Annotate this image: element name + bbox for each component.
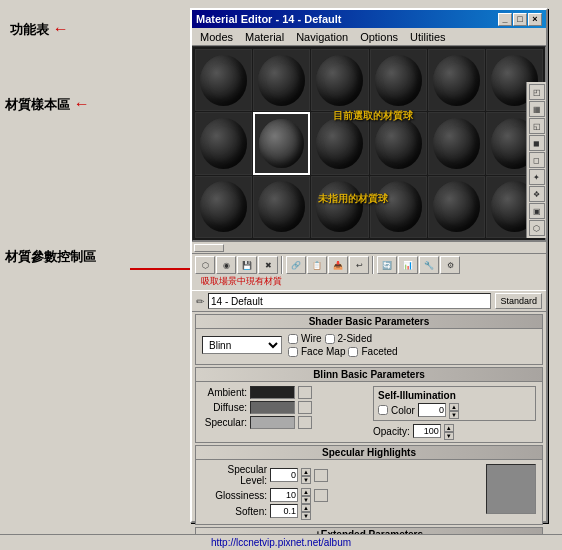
sphere-cell-3[interactable]: [311, 49, 368, 111]
soften-spinner[interactable]: ▲ ▼: [301, 504, 311, 518]
sphere-cell-1[interactable]: [195, 49, 252, 111]
face-map-label: Face Map: [301, 346, 345, 357]
specular-map-btn[interactable]: [298, 416, 312, 429]
sphere-cell-8-selected[interactable]: [253, 112, 310, 174]
toolbar-btn-delete[interactable]: ✖: [258, 256, 278, 274]
sphere-cell-7[interactable]: [195, 112, 252, 174]
scroll-thumb[interactable]: [194, 244, 224, 252]
maximize-button[interactable]: □: [513, 13, 527, 26]
sphere-cell-5[interactable]: [428, 49, 485, 111]
annotation-menu: 功能表 ←: [10, 20, 69, 39]
minimize-button[interactable]: _: [498, 13, 512, 26]
right-toolbar-btn-9[interactable]: ⬡: [529, 220, 545, 236]
self-illum-color-label: Color: [391, 405, 415, 416]
sphere-cell-9[interactable]: [311, 112, 368, 174]
preview-area-wrapper: 目前選取的材質球 未指用的材質球 ◰ ▦ ◱ ◼ ◻ ✦ ❖ ▣ ⬡: [192, 46, 546, 241]
spec-level-spin-down[interactable]: ▼: [301, 476, 311, 484]
sphere-cell-10[interactable]: [370, 112, 427, 174]
material-type-button[interactable]: Standard: [495, 293, 542, 309]
sphere-4: [375, 55, 422, 106]
toolbar-btn-save[interactable]: 💾: [237, 256, 257, 274]
self-illum-spin-down[interactable]: ▼: [449, 411, 459, 419]
menu-navigation[interactable]: Navigation: [290, 30, 354, 44]
sphere-cell-13[interactable]: [195, 176, 252, 238]
diffuse-map-btn[interactable]: [298, 401, 312, 414]
faceted-checkbox[interactable]: [348, 347, 358, 357]
self-illum-color-checkbox[interactable]: [378, 405, 388, 415]
wire-label: Wire: [301, 333, 322, 344]
facemap-checkbox-row: Face Map Faceted: [288, 346, 398, 357]
opacity-spin-down[interactable]: ▼: [444, 432, 454, 440]
right-toolbar-btn-2[interactable]: ▦: [529, 101, 545, 117]
self-illum-spinner[interactable]: ▲ ▼: [449, 403, 459, 417]
wire-checkbox[interactable]: [288, 334, 298, 344]
sphere-cell-4[interactable]: [370, 49, 427, 111]
sphere-cell-2[interactable]: [253, 49, 310, 111]
close-button[interactable]: ×: [528, 13, 542, 26]
soften-spin-down[interactable]: ▼: [301, 512, 311, 520]
toolbar-btn-select[interactable]: ◉: [216, 256, 236, 274]
shader-type-select[interactable]: Blinn: [202, 336, 282, 354]
toolbar-btn-get[interactable]: 📥: [328, 256, 348, 274]
toolbar-btn-undo[interactable]: ↩: [349, 256, 369, 274]
spec-level-spin-up[interactable]: ▲: [301, 468, 311, 476]
right-toolbar-btn-5[interactable]: ◻: [529, 152, 545, 168]
opacity-input[interactable]: [413, 424, 441, 438]
pencil-icon: ✏: [196, 296, 204, 307]
shader-basic-params-header[interactable]: Shader Basic Parameters: [196, 315, 542, 329]
sphere-cell-15[interactable]: [311, 176, 368, 238]
right-toolbar-btn-6[interactable]: ✦: [529, 169, 545, 185]
face-map-checkbox[interactable]: [288, 347, 298, 357]
shader-params-content: Blinn Wire 2-Sided Face Map: [196, 329, 542, 364]
self-illum-value-input[interactable]: [418, 403, 446, 417]
glossiness-spin-down[interactable]: ▼: [301, 496, 311, 504]
right-toolbar-btn-4[interactable]: ◼: [529, 135, 545, 151]
glossiness-input[interactable]: [270, 488, 298, 502]
self-illum-spin-up[interactable]: ▲: [449, 403, 459, 411]
sphere-cell-17[interactable]: [428, 176, 485, 238]
menu-options[interactable]: Options: [354, 30, 404, 44]
specular-swatch[interactable]: [250, 416, 295, 429]
menu-material[interactable]: Material: [239, 30, 290, 44]
spec-level-input[interactable]: [270, 468, 298, 482]
ambient-swatch[interactable]: [250, 386, 295, 399]
spec-level-spinner[interactable]: ▲ ▼: [301, 468, 311, 482]
glossiness-label: Glossiness:: [202, 490, 267, 501]
menu-bar: Modes Material Navigation Options Utilit…: [192, 28, 546, 46]
material-name-input[interactable]: [208, 293, 491, 309]
specular-highlights-header[interactable]: Specular Highlights: [196, 446, 542, 460]
horizontal-scrollbar[interactable]: [192, 241, 546, 253]
diffuse-swatch[interactable]: [250, 401, 295, 414]
glossiness-spinner[interactable]: ▲ ▼: [301, 488, 311, 502]
menu-utilities[interactable]: Utilities: [404, 30, 451, 44]
toolbar-btn-copy[interactable]: 📋: [307, 256, 327, 274]
soften-spin-up[interactable]: ▲: [301, 504, 311, 512]
toolbar-btn-assign[interactable]: 🔗: [286, 256, 306, 274]
toolbar-sep-1: [281, 256, 283, 274]
two-sided-checkbox[interactable]: [325, 334, 335, 344]
ambient-map-btn[interactable]: [298, 386, 312, 399]
menu-modes[interactable]: Modes: [194, 30, 239, 44]
toolbar-btn-refresh[interactable]: 🔄: [377, 256, 397, 274]
toolbar-btn-settings[interactable]: 🔧: [419, 256, 439, 274]
right-toolbar-btn-3[interactable]: ◱: [529, 118, 545, 134]
spec-level-map-btn[interactable]: [314, 469, 328, 482]
window-title: Material Editor - 14 - Default: [196, 13, 341, 25]
glossiness-map-btn[interactable]: [314, 489, 328, 502]
sphere-cell-11[interactable]: [428, 112, 485, 174]
sphere-cell-16[interactable]: [370, 176, 427, 238]
opacity-spinner[interactable]: ▲ ▼: [444, 424, 454, 438]
opacity-spin-up[interactable]: ▲: [444, 424, 454, 432]
toolbar-btn-gear[interactable]: ⚙: [440, 256, 460, 274]
right-toolbar-btn-7[interactable]: ❖: [529, 186, 545, 202]
toolbar-btn-sphere[interactable]: ⬡: [195, 256, 215, 274]
blinn-grid: Ambient: Diffuse: Specular:: [202, 386, 536, 438]
right-toolbar-btn-1[interactable]: ◰: [529, 84, 545, 100]
glossiness-spin-up[interactable]: ▲: [301, 488, 311, 496]
sphere-cell-14[interactable]: [253, 176, 310, 238]
toolbar-btn-chart[interactable]: 📊: [398, 256, 418, 274]
right-toolbar-btn-8[interactable]: ▣: [529, 203, 545, 219]
blinn-basic-params-header[interactable]: Blinn Basic Parameters: [196, 368, 542, 382]
soften-input[interactable]: [270, 504, 298, 518]
toolbar-sep-2: [372, 256, 374, 274]
